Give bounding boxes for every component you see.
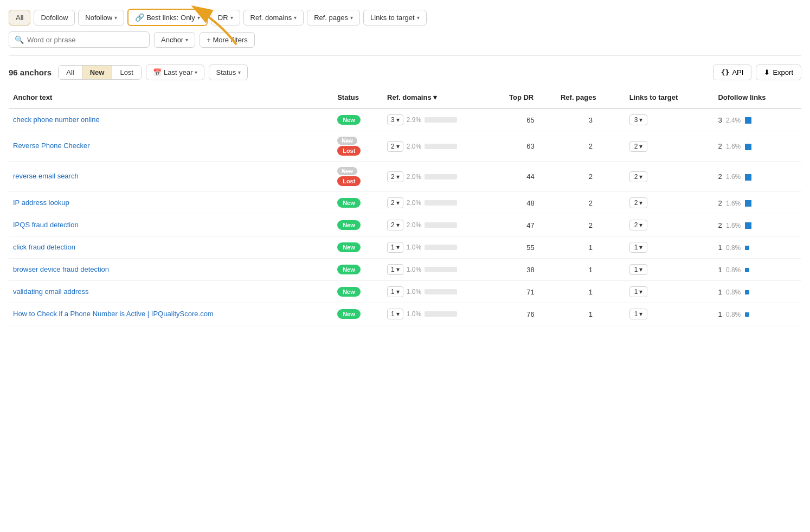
search-input-wrapper: 🔍 xyxy=(9,31,150,48)
status-badge-lost: Lost xyxy=(337,146,361,156)
search-input[interactable] xyxy=(27,36,144,44)
filter-ref-domains-btn[interactable]: Ref. domains ▾ xyxy=(243,10,304,25)
api-icon: {} xyxy=(721,68,730,76)
ref-domains-cell: 3 ▾ 2.9% xyxy=(383,108,505,131)
ref-domains-dropdown[interactable]: 1 ▾ xyxy=(387,242,403,253)
status-cell: New xyxy=(333,303,383,325)
dofollow-pct: 0.8% xyxy=(726,289,741,296)
status-cell: New xyxy=(333,108,383,131)
links-to-target-dropdown[interactable]: 1 ▾ xyxy=(629,242,648,253)
anchor-cell: browser device fraud detection xyxy=(9,259,333,281)
ref-domains-dropdown[interactable]: 2 ▾ xyxy=(387,171,403,182)
ref-domains-pct: 2.0% xyxy=(407,173,421,181)
filter-dr-btn[interactable]: DR ▾ xyxy=(211,10,240,25)
col-ref-domains[interactable]: Ref. domains ▾ xyxy=(383,89,505,108)
tab-lost[interactable]: Lost xyxy=(112,66,141,79)
links-to-target-dropdown[interactable]: 1 ▾ xyxy=(629,264,648,275)
dofollow-links-cell: 1 0.8% xyxy=(713,281,801,303)
status-badge-new-lost: NewLost xyxy=(337,167,378,186)
links-to-target-dropdown[interactable]: 2 ▾ xyxy=(629,141,648,152)
links-to-target-dropdown[interactable]: 1 ▾ xyxy=(629,286,648,297)
ref-domains-bar xyxy=(425,174,457,180)
status-cell: New xyxy=(333,259,383,281)
anchor-filter-btn[interactable]: Anchor ▾ xyxy=(154,32,195,48)
dofollow-pct: 0.8% xyxy=(726,266,741,274)
filter-best-links-btn[interactable]: 🔗 Best links: Only ▾ xyxy=(127,9,208,26)
status-btn[interactable]: Status ▾ xyxy=(209,65,248,80)
table-row: validating email addressNew 1 ▾ 1.0% 711… xyxy=(9,281,801,303)
export-btn[interactable]: ⬇ Export xyxy=(756,65,801,80)
filter-links-to-target-btn[interactable]: Links to target ▾ xyxy=(363,10,427,25)
ref-domains-cell: 1 ▾ 1.0% xyxy=(383,303,505,325)
ref-domains-cell: 1 ▾ 1.0% xyxy=(383,259,505,281)
ref-domains-dropdown[interactable]: 1 ▾ xyxy=(387,286,403,297)
separator xyxy=(9,55,801,56)
dofollow-links-cell: 2 1.6% xyxy=(713,131,801,162)
ref-domains-dropdown[interactable]: 1 ▾ xyxy=(387,264,403,275)
ref-domains-dropdown[interactable]: 1 ▾ xyxy=(387,309,403,319)
links-to-target-dropdown[interactable]: 2 ▾ xyxy=(629,171,648,182)
anchor-link[interactable]: browser device fraud detection xyxy=(13,265,109,273)
ref-domains-dropdown[interactable]: 2 ▾ xyxy=(387,197,403,208)
anchor-link[interactable]: click fraud detection xyxy=(13,243,75,251)
anchor-link[interactable]: IPQS fraud detection xyxy=(13,221,79,229)
table-row: check phone number onlineNew 3 ▾ 2.9% 65… xyxy=(9,108,801,131)
dofollow-links-cell: 1 0.8% xyxy=(713,259,801,281)
links-to-target-dropdown[interactable]: 2 ▾ xyxy=(629,220,648,230)
dofollow-bar-icon xyxy=(745,144,751,150)
anchor-cell: IP address lookup xyxy=(9,192,333,214)
links-to-target-dropdown[interactable]: 1 ▾ xyxy=(629,309,648,319)
table-controls: 96 anchors All New Lost 📅 Last year ▾ St… xyxy=(9,65,801,80)
dofollow-links-cell: 2 1.6% xyxy=(713,162,801,192)
dofollow-links-cell: 3 2.4% xyxy=(713,108,801,131)
anchor-link[interactable]: validating email address xyxy=(13,287,88,296)
link-icon: 🔗 xyxy=(135,13,144,22)
links-to-target-arrow-icon: ▾ xyxy=(639,243,642,251)
table-row: How to Check if a Phone Number is Active… xyxy=(9,303,801,325)
dofollow-links-cell: 2 1.6% xyxy=(713,192,801,214)
last-year-btn[interactable]: 📅 Last year ▾ xyxy=(146,65,204,80)
links-to-target-arrow-icon: ▾ xyxy=(639,221,642,229)
ref-domains-dropdown[interactable]: 3 ▾ xyxy=(387,114,403,125)
dofollow-count: 3 xyxy=(718,116,722,124)
links-to-target-dropdown[interactable]: 2 ▾ xyxy=(629,197,648,208)
anchor-link[interactable]: check phone number online xyxy=(13,116,100,124)
table-row: click fraud detectionNew 1 ▾ 1.0% 551 1 … xyxy=(9,236,801,259)
anchor-link[interactable]: How to Check if a Phone Number is Active… xyxy=(13,310,214,318)
ref-domains-cell: 2 ▾ 2.0% xyxy=(383,214,505,236)
anchor-link[interactable]: IP address lookup xyxy=(13,198,69,207)
filter-ref-pages-btn[interactable]: Ref. pages ▾ xyxy=(307,10,360,25)
ref-domains-dropdown[interactable]: 2 ▾ xyxy=(387,141,403,152)
filter-all-btn[interactable]: All xyxy=(9,10,30,25)
anchor-link[interactable]: Reverse Phone Checker xyxy=(13,142,90,150)
ref-pages-cell: 2 xyxy=(556,192,625,214)
tab-new[interactable]: New xyxy=(82,66,113,79)
ref-domains-bar xyxy=(425,289,457,294)
best-links-arrow-icon: ▾ xyxy=(197,15,200,21)
ref-domains-pct: 2.0% xyxy=(407,221,421,229)
ref-domains-pct: 1.0% xyxy=(407,243,421,251)
ref-domains-pct: 1.0% xyxy=(407,310,421,318)
anchor-link[interactable]: reverse email search xyxy=(13,172,79,180)
tab-group: All New Lost xyxy=(58,65,142,80)
top-dr-cell: 47 xyxy=(505,214,556,236)
ref-domains-dropdown[interactable]: 2 ▾ xyxy=(387,220,403,230)
filter-dofollow-btn[interactable]: Dofollow xyxy=(34,10,75,25)
ref-pages-cell: 1 xyxy=(556,303,625,325)
ref-pages-arrow-icon: ▾ xyxy=(350,15,353,21)
ref-domains-pct: 2.0% xyxy=(407,143,421,150)
dofollow-links-cell: 1 0.8% xyxy=(713,236,801,259)
anchor-cell: Reverse Phone Checker xyxy=(9,131,333,162)
links-to-target-dropdown[interactable]: 3 ▾ xyxy=(629,114,648,125)
top-dr-cell: 44 xyxy=(505,162,556,192)
anchor-cell: validating email address xyxy=(9,281,333,303)
tab-all[interactable]: All xyxy=(59,66,82,79)
more-filters-btn[interactable]: + More filters xyxy=(200,32,255,48)
col-links-to-target: Links to target xyxy=(625,89,714,108)
ref-domains-pct: 2.0% xyxy=(407,199,421,207)
status-badge-new: New xyxy=(337,198,361,208)
filter-nofollow-btn[interactable]: Nofollow ▾ xyxy=(78,10,124,25)
dofollow-pct: 2.4% xyxy=(726,117,741,124)
api-btn[interactable]: {} API xyxy=(713,65,752,80)
table-row: Reverse Phone CheckerNewLost 2 ▾ 2.0% 63… xyxy=(9,131,801,162)
